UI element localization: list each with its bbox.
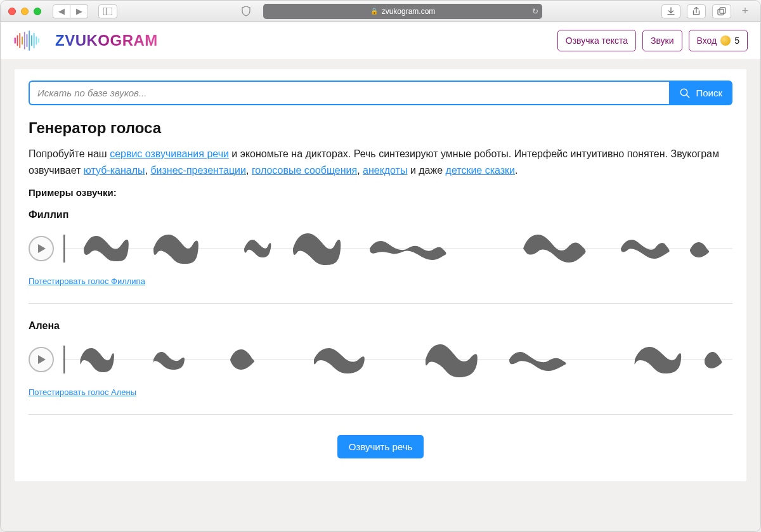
voice-name: Алена	[29, 320, 732, 332]
site-header: ZVUKOGRAM Озвучка текста Звуки Вход 5	[1, 22, 760, 59]
voice-sample: Филлип	[29, 209, 732, 287]
link-youtube[interactable]: ютуб-каналы	[84, 165, 145, 176]
divider	[29, 303, 732, 304]
url-host: zvukogram.com	[382, 7, 436, 16]
minimize-window-button[interactable]	[21, 8, 29, 15]
voice-name: Филлип	[29, 209, 732, 221]
link-tts-service[interactable]: сервис озвучивания речи	[110, 148, 229, 159]
downloads-button[interactable]	[661, 4, 680, 18]
nav-sounds-button[interactable]: Звуки	[642, 30, 682, 51]
test-voice-link[interactable]: Потестировать голос Алены	[29, 387, 136, 397]
coin-icon	[720, 36, 731, 46]
share-button[interactable]	[687, 4, 706, 18]
intro-paragraph: Попробуйте наш сервис озвучивания речи и…	[29, 146, 732, 178]
brand-logo[interactable]: ZVUKOGRAM	[13, 30, 158, 51]
waveform[interactable]	[63, 342, 732, 377]
reload-icon[interactable]: ↻	[532, 7, 538, 16]
forward-button[interactable]: ▶	[70, 4, 88, 18]
close-window-button[interactable]	[8, 8, 16, 15]
sidebar-toggle-button[interactable]	[98, 4, 117, 18]
link-fairytales[interactable]: детские сказки	[446, 165, 515, 176]
new-tab-button[interactable]: +	[738, 4, 753, 19]
svg-line-16	[687, 94, 690, 98]
voice-sample: Алена	[29, 320, 732, 398]
logo-wave-icon	[13, 30, 49, 51]
test-voice-link[interactable]: Потестировать голос Филлипа	[29, 276, 145, 286]
page-title: Генератор голоса	[29, 119, 732, 137]
play-button[interactable]	[29, 236, 54, 261]
svg-rect-3	[720, 8, 725, 13]
window-controls	[8, 8, 41, 15]
play-icon	[36, 243, 46, 254]
browser-titlebar: ◀ ▶ 🔒 zvukogram.com ↻ +	[1, 1, 760, 22]
tabs-button[interactable]	[712, 4, 731, 18]
link-voice-messages[interactable]: голосовые сообщения	[252, 165, 357, 176]
maximize-window-button[interactable]	[34, 8, 41, 15]
examples-label: Примеры озвучки:	[29, 187, 732, 198]
lock-icon: 🔒	[370, 8, 378, 15]
nav-login-button[interactable]: Вход 5	[689, 30, 748, 51]
svg-rect-2	[718, 9, 724, 15]
search-icon	[679, 88, 691, 99]
back-button[interactable]: ◀	[53, 4, 70, 18]
search-input[interactable]	[29, 81, 669, 105]
link-jokes[interactable]: анекдоты	[363, 165, 407, 176]
url-bar[interactable]: 🔒 zvukogram.com ↻	[263, 4, 542, 19]
cta-button[interactable]: Озвучить речь	[337, 435, 424, 458]
brand-name: ZVUKOGRAM	[55, 32, 158, 49]
waveform[interactable]	[63, 231, 732, 266]
credits-count: 5	[734, 36, 739, 46]
privacy-shield-icon[interactable]	[237, 4, 256, 18]
search-button[interactable]: Поиск	[669, 81, 732, 105]
nav-voice-button[interactable]: Озвучка текста	[557, 30, 636, 51]
search-row: Поиск	[29, 81, 732, 105]
play-icon	[36, 354, 46, 365]
link-presentations[interactable]: бизнес-презентации	[150, 165, 246, 176]
svg-rect-0	[103, 8, 112, 15]
play-button[interactable]	[29, 347, 54, 372]
divider	[29, 414, 732, 415]
